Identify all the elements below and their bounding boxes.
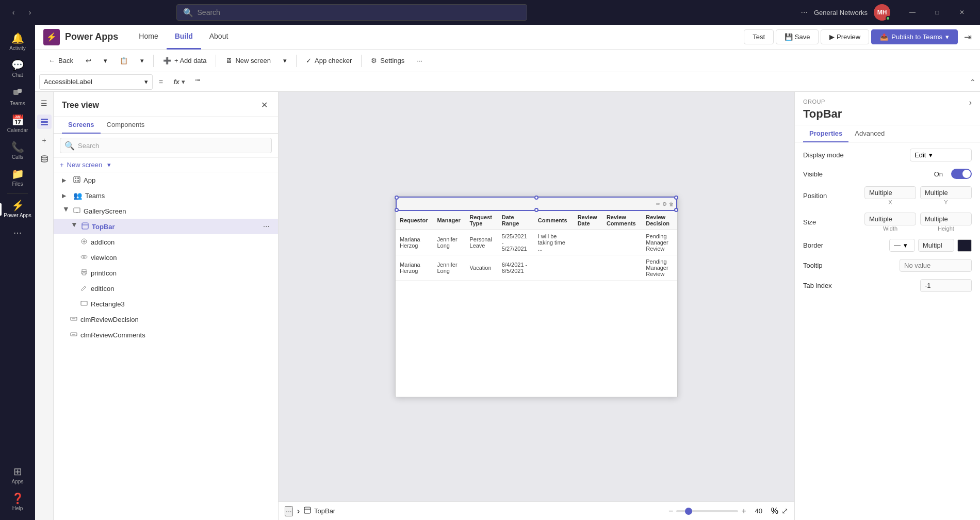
svg-rect-3 [41, 121, 48, 123]
tab-components[interactable]: Components [101, 117, 151, 134]
size-height-input[interactable] [920, 213, 972, 225]
tree-close-button[interactable]: ✕ [259, 98, 270, 112]
sidebar-item-calendar[interactable]: 📅 Calendar [0, 111, 35, 138]
size-width-input[interactable] [864, 213, 916, 225]
title-search-input[interactable] [198, 8, 520, 17]
border-style-dropdown[interactable]: — ▾ [889, 239, 915, 252]
properties-panel: GROUP › TopBar Properties Advanced Displ… [794, 92, 980, 520]
table-row[interactable]: Mariana Herzog Jennifer Long Personal Le… [396, 230, 677, 255]
new-screen-dropdown[interactable]: ▾ [278, 54, 292, 67]
tree-search-box[interactable]: 🔍 [60, 138, 272, 153]
list-item[interactable]: ▶ TopBar ··· [54, 219, 278, 234]
selection-handle-bm[interactable] [534, 208, 538, 212]
sidebar-item-powerapps[interactable]: ⚡ Power Apps [0, 196, 35, 223]
list-item[interactable]: printIcon ··· [54, 265, 278, 281]
new-screen-dropdown-icon[interactable]: ▾ [107, 161, 111, 169]
right-collapse-icon[interactable]: ⇥ [964, 31, 972, 43]
selection-handle-tm[interactable] [534, 196, 538, 200]
fx-button[interactable]: fx ▾ [169, 76, 189, 88]
nav-back-button[interactable]: ‹ [6, 5, 21, 20]
save-button[interactable]: 💾 Save [776, 29, 819, 44]
tree-search-input[interactable] [78, 142, 267, 150]
zoom-out-button[interactable]: − [668, 507, 673, 516]
list-item[interactable]: Rectangle3 ··· [54, 296, 278, 312]
publish-button[interactable]: 📤 Publish to Teams ▾ [871, 29, 958, 44]
display-mode-dropdown[interactable]: Edit ▾ [910, 149, 972, 161]
sidebar-item-calls[interactable]: 📞 Calls [0, 138, 35, 165]
selection-handle-tl[interactable] [395, 196, 399, 200]
maximize-button[interactable]: □ [925, 4, 949, 21]
list-item[interactable]: editIcon ··· [54, 281, 278, 296]
props-expand-button[interactable]: › [969, 98, 972, 107]
sidebar-item-chat[interactable]: 💬 Chat [0, 56, 35, 83]
list-item[interactable]: clmReviewComments ··· [54, 327, 278, 343]
sidebar-item-help[interactable]: ❓ Help [0, 489, 35, 516]
paste-dropdown[interactable]: ▾ [135, 54, 149, 67]
sidebar-item-apps[interactable]: ⊞ Apps [0, 462, 35, 489]
tooltip-input[interactable] [900, 259, 972, 272]
undo-button[interactable]: ↩ [80, 54, 96, 67]
expand-canvas-button[interactable]: ⤢ [781, 506, 788, 516]
list-item[interactable]: ▶ 👥 Teams ··· [54, 188, 278, 203]
preview-button[interactable]: ▶ Preview [821, 29, 869, 44]
mini-rail-layers[interactable] [37, 115, 52, 129]
minimize-button[interactable]: — [901, 4, 924, 21]
sidebar-item-activity[interactable]: 🔔 Activity [0, 29, 35, 56]
selection-handle-tr[interactable] [674, 196, 678, 200]
tabindex-input[interactable] [920, 279, 972, 292]
topbar-more-icon[interactable]: ··· [261, 222, 272, 231]
sidebar-item-teams[interactable]: Teams [0, 83, 35, 111]
tab-screens[interactable]: Screens [62, 117, 101, 134]
tree-header: Tree view ✕ [54, 92, 278, 117]
new-screen-button[interactable]: 🖥 New screen [220, 54, 276, 67]
selection-handle-bl[interactable] [395, 208, 399, 212]
formula-collapse-icon[interactable]: ⌃ [970, 78, 976, 86]
nav-forward-button[interactable]: › [23, 5, 37, 20]
list-item[interactable]: addIcon ··· [54, 234, 278, 250]
mini-rail-data[interactable] [37, 152, 52, 166]
add-data-button[interactable]: ➕ + Add data [158, 54, 212, 67]
property-dropdown[interactable]: AccessibleLabel ▾ [39, 74, 153, 90]
test-button[interactable]: Test [744, 29, 774, 44]
list-item[interactable]: ▶ App ··· [54, 172, 278, 188]
back-button[interactable]: ← Back [43, 54, 78, 67]
title-search-box[interactable]: 🔍 [176, 4, 527, 21]
zoom-slider[interactable] [676, 510, 738, 512]
close-button[interactable]: ✕ [950, 4, 974, 21]
sidebar-item-files[interactable]: 📁 Files [0, 165, 35, 191]
avatar-initials: MH [877, 9, 887, 16]
mini-rail-add[interactable]: + [37, 133, 52, 148]
cell-reviewcomments [602, 230, 642, 255]
mini-rail-menu[interactable]: ☰ [37, 96, 52, 110]
visible-toggle[interactable] [951, 169, 972, 179]
border-size-input[interactable] [918, 239, 954, 252]
size-height-group: Height [920, 213, 972, 232]
new-screen-row[interactable]: + New screen ▾ [54, 158, 278, 172]
position-y-input[interactable] [920, 186, 972, 199]
tab-properties[interactable]: Properties [803, 125, 848, 142]
list-item[interactable]: viewIcon ··· [54, 250, 278, 265]
avatar[interactable]: MH [874, 4, 890, 21]
sidebar-item-more[interactable]: ··· [0, 223, 35, 241]
canvas-wrapper[interactable]: ✏ ⚙ 🗑 Requestor Manager [279, 92, 794, 501]
toolbar-more-button[interactable]: ··· [412, 54, 428, 67]
zoom-in-button[interactable]: + [741, 507, 746, 516]
table-row[interactable]: Mariana Herzog Jennifer Long Vacation 6/… [396, 255, 677, 281]
settings-button[interactable]: ⚙ Settings [366, 54, 410, 67]
nav-home[interactable]: Home [130, 25, 166, 50]
selection-handle-br[interactable] [674, 208, 678, 212]
app-topbar: ⚡ Power Apps Home Build About Test 💾 Sav… [35, 25, 980, 50]
nav-about[interactable]: About [201, 25, 237, 50]
list-item[interactable]: clmReviewDecision ··· [54, 312, 278, 327]
app-checker-button[interactable]: ✓ App checker [301, 54, 357, 67]
nav-build[interactable]: Build [167, 25, 201, 50]
title-more-button[interactable]: ··· [801, 8, 808, 17]
paste-button[interactable]: 📋 [115, 54, 133, 67]
canvas-more-button[interactable]: ··· [285, 506, 293, 516]
formula-input[interactable] [193, 78, 966, 86]
list-item[interactable]: ▶ GalleryScreen ··· [54, 203, 278, 219]
tab-advanced[interactable]: Advanced [848, 125, 891, 142]
border-color-picker[interactable] [957, 239, 972, 252]
position-x-input[interactable] [864, 186, 916, 199]
undo-dropdown[interactable]: ▾ [99, 54, 112, 67]
